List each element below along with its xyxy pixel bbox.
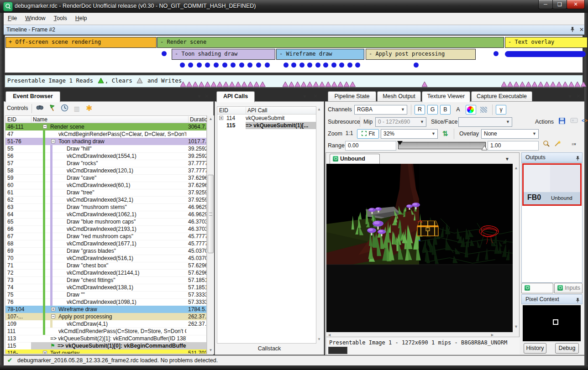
event-row-68[interactable]: 68vkCmdDrawIndexed(1677,1)45.77778 [5, 240, 207, 248]
open-code-icon[interactable]: <> [580, 117, 588, 127]
overlay-combo[interactable]: None▼ [481, 129, 539, 139]
event-browser-close-icon[interactable]: ✕ [205, 93, 209, 99]
slice-face-combo[interactable]: ▼ [458, 117, 512, 127]
range-max-input[interactable]: 1.00 [488, 141, 539, 151]
range-options-icon[interactable]: ≡▾ [572, 142, 576, 146]
timeline-event-dot[interactable] [323, 63, 328, 68]
collapse-icon[interactable]: − [51, 139, 55, 143]
expand-icon[interactable]: + [51, 307, 55, 311]
timeline-event-dot[interactable] [247, 63, 252, 68]
timeline-event-dot[interactable] [180, 63, 185, 68]
flip-y-icon[interactable]: ⇅ [440, 129, 450, 139]
tab-capture-executable[interactable]: Capture Executable [471, 91, 532, 101]
zoom-level-combo[interactable]: 32%▼ [381, 129, 438, 139]
alpha-checker-toggle[interactable] [478, 105, 489, 115]
timeline-event-dot[interactable] [331, 63, 336, 68]
event-row-59[interactable]: 59Draw "cave"37.62963 [5, 174, 207, 182]
timeline-event-dot[interactable] [307, 63, 312, 68]
event-row-73[interactable]: 73Draw "chest fittings"57.18518 [5, 276, 207, 284]
event-row-75[interactable]: 75Draw ""57.33333 [5, 291, 207, 299]
tab-mesh-output[interactable]: Mesh Output [377, 91, 421, 101]
timeline-event-dot[interactable] [214, 63, 219, 68]
statistics-icon[interactable]: ▥ [72, 104, 81, 113]
save-icon[interactable] [557, 117, 567, 127]
event-row-74[interactable]: 74vkCmdDrawIndexed(138,1)57.18518 [5, 284, 207, 292]
range-black-handle[interactable] [397, 141, 403, 145]
event-row-78-104[interactable]: 78-104+Wireframe draw1784.5... [5, 306, 207, 313]
scroll-up-icon[interactable]: ▲ [317, 107, 321, 111]
timeline-event-dot[interactable] [205, 63, 210, 68]
timeline-event-dot[interactable] [339, 63, 344, 68]
range-min-input[interactable]: 0.00 [345, 141, 396, 151]
minimize-button[interactable]: ─ [538, 0, 553, 9]
timeline-marker-wireframe-draw[interactable]: - Wireframe draw [276, 49, 364, 60]
timeline-event-dot[interactable] [414, 63, 419, 68]
event-row-55[interactable]: 55Draw "hill"39.25926 [5, 145, 207, 153]
timeline-event-dot[interactable] [197, 63, 202, 68]
timeline-marker-toon-shading-draw[interactable]: - Toon shading draw [172, 49, 275, 60]
autofit-wand-icon[interactable] [552, 140, 562, 150]
timeline-event-dot[interactable] [291, 63, 296, 68]
timeline-event-dot[interactable] [299, 63, 304, 68]
tab-outputs[interactable]: Outputs [521, 283, 553, 293]
event-browser-scrollbar[interactable]: ▲ ▼ [207, 115, 214, 354]
event-row-67[interactable]: 67Draw "red mushroom caps"45.77778 [5, 233, 207, 240]
event-row-71[interactable]: 71Draw "chest box"57.62963 [5, 262, 207, 270]
timeline-event-dot[interactable] [231, 63, 236, 68]
timeline-event-dot[interactable] [239, 63, 244, 68]
mip-combo[interactable]: 0 - 1272x690▼ [375, 117, 426, 127]
callstack-label[interactable]: Callstack [215, 345, 324, 352]
right-panel-close-icon[interactable]: ✕ [576, 93, 581, 99]
timeline-event-dot[interactable] [222, 63, 227, 68]
texture-viewport[interactable] [326, 164, 513, 332]
output-fb0-thumbnail[interactable]: FB0 Unbound [522, 163, 582, 206]
color-wheel-toggle[interactable] [466, 105, 476, 115]
event-row-69[interactable]: 69Draw "grass blades"45.03704 [5, 247, 207, 255]
zoom-1to1-button[interactable]: 1:1 [343, 129, 355, 139]
pin-icon[interactable] [576, 297, 580, 306]
timeline-marker-off-screen-scene-rendering[interactable]: + Off-screen scene rendering [5, 37, 157, 48]
tab-pipeline-state[interactable]: Pipeline State [328, 91, 376, 101]
tab-event-browser[interactable]: Event Browser [5, 91, 60, 102]
event-row-56[interactable]: 56vkCmdDrawIndexed(1554,1)39.25926 [5, 152, 207, 160]
event-row-51-76[interactable]: 51-76−Toon shading draw1017.7... [5, 138, 207, 145]
timeline-event-dot[interactable] [315, 63, 320, 68]
history-button[interactable]: History [524, 343, 546, 354]
texture-scroll-up-icon[interactable]: ▲ [514, 166, 518, 170]
menu-help[interactable]: Help [71, 13, 91, 23]
scrollbar-thumb[interactable] [208, 175, 214, 253]
menu-window[interactable]: Window [21, 13, 49, 23]
custom-action-star-icon[interactable]: ✱ [84, 104, 94, 113]
event-row-115[interactable]: 115⚑=> vkQueueSubmit(1)[0]: vkBeginComma… [5, 342, 207, 350]
texture-scroll-down-icon[interactable]: ▼ [514, 324, 518, 329]
event-row-107-...[interactable]: 107-...−Apply post processing262.37... [5, 313, 207, 320]
channel-green-toggle[interactable]: G [427, 105, 438, 115]
pixel-context-view[interactable] [523, 305, 581, 341]
gamma-toggle[interactable]: γ [496, 105, 506, 115]
event-row-116-...[interactable]: 116-...+Text overlay511.7037 [5, 349, 207, 354]
collapse-icon[interactable]: − [51, 314, 55, 318]
event-row-111[interactable]: 111vkCmdEndRenderPass(C=Store, D=Store, … [5, 328, 207, 335]
channel-blue-toggle[interactable]: B [440, 105, 451, 115]
event-row-63[interactable]: 63Draw "mushroom stems"46.96296 [5, 203, 207, 211]
timeline-event-dot[interactable] [355, 63, 360, 68]
timeline-event-dot[interactable] [256, 63, 261, 68]
timeline-marker-render-scene[interactable]: - Render scene [157, 37, 504, 48]
timeline-graph[interactable]: + Off-screen scene rendering- Render sce… [4, 35, 583, 73]
maximize-button[interactable]: ❑ [552, 0, 567, 9]
event-browser-column-header[interactable]: EID Name Duratio... [5, 115, 207, 123]
channel-alpha-toggle[interactable]: A [453, 105, 463, 115]
api-row-114[interactable]: +114vkQueueSubmit [217, 115, 316, 122]
zoom-fit-button[interactable]: Fit [357, 129, 379, 139]
event-row-66[interactable]: 66vkCmdDrawIndexed(2193,1)46.37037 [5, 225, 207, 233]
event-row-109[interactable]: 109vkCmdDraw(4,1)262.37... [5, 320, 207, 328]
tab-inputs[interactable]: Inputs [554, 283, 583, 293]
event-row-65[interactable]: 65Draw "blue mushroom caps"46.37037 [5, 218, 207, 226]
timeline-event-dot[interactable] [347, 63, 352, 68]
timeline-event-dot[interactable] [188, 63, 193, 68]
timeline-event-dot[interactable] [162, 51, 167, 56]
event-row-76[interactable]: 76vkCmdDrawIndexed(1098,1)57.33333 [5, 298, 207, 306]
timeline-marker-text-overlay[interactable]: - Text overlay [505, 37, 588, 48]
close-button[interactable]: ✕ [567, 0, 585, 9]
api-row-115[interactable]: 115=> vkQueueSubmit(1)[... [217, 122, 316, 129]
